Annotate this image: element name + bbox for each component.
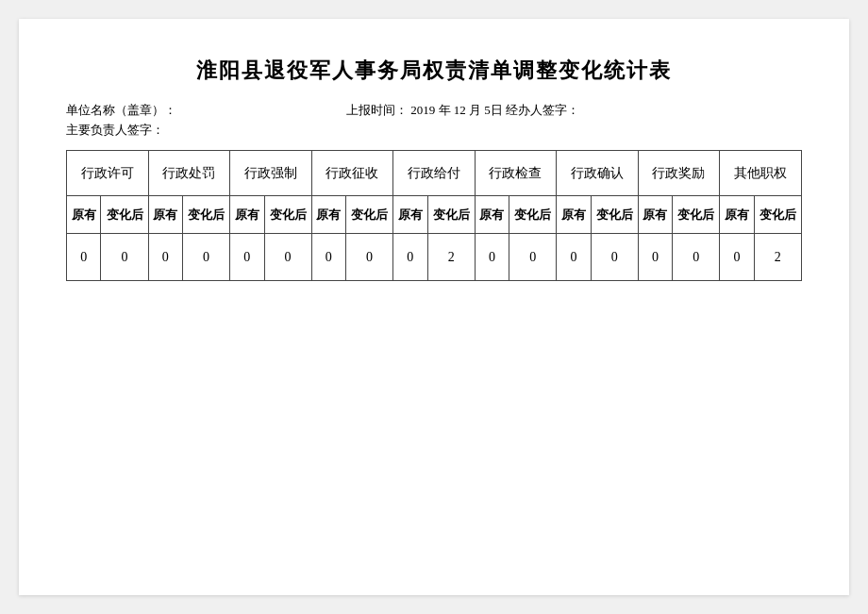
header-jiancha: 行政检查: [475, 151, 557, 196]
sub-bianhua-8: 变化后: [673, 196, 720, 234]
cell-1-2: 0: [101, 234, 148, 281]
cell-1-16: 0: [673, 234, 720, 281]
sub-bianhua-1: 变化后: [101, 196, 148, 234]
sub-yuanyou-3: 原有: [230, 196, 264, 234]
page-container: 淮阳县退役军人事务局权责清单调整变化统计表 单位名称（盖章）： 上报时间： 20…: [19, 19, 849, 595]
sub-yuanyou-2: 原有: [148, 196, 182, 234]
header-queren: 行政确认: [557, 151, 639, 196]
sub-yuanyou-4: 原有: [311, 196, 345, 234]
sub-yuanyou-7: 原有: [557, 196, 591, 234]
cell-1-5: 0: [230, 234, 264, 281]
sub-bianhua-7: 变化后: [591, 196, 638, 234]
unit-label: 单位名称（盖章）：: [66, 102, 176, 119]
header-jifu: 行政给付: [393, 151, 476, 196]
cell-1-9: 0: [393, 234, 427, 281]
header-qiangzhi: 行政强制: [230, 151, 312, 196]
sub-yuanyou-9: 原有: [720, 196, 754, 234]
sub-bianhua-4: 变化后: [346, 196, 393, 234]
data-row-1: 0 0 0 0 0 0 0 0 0 2 0 0 0 0 0 0 0 2: [67, 234, 802, 281]
sub-bianhua-6: 变化后: [509, 196, 557, 234]
sub-bianhua-5: 变化后: [427, 196, 475, 234]
cell-1-18: 2: [754, 234, 801, 281]
cell-1-10: 2: [427, 234, 475, 281]
cell-1-13: 0: [557, 234, 591, 281]
sub-yuanyou-1: 原有: [67, 196, 101, 234]
cell-1-6: 0: [264, 234, 311, 281]
page-title: 淮阳县退役军人事务局权责清单调整变化统计表: [66, 57, 802, 85]
header-chufa: 行政处罚: [148, 151, 230, 196]
cell-1-4: 0: [183, 234, 230, 281]
cell-1-14: 0: [591, 234, 638, 281]
sub-header-row: 原有 变化后 原有 变化后 原有 变化后 原有 变化后 原有 变化后 原有 变化…: [67, 196, 802, 234]
cell-1-1: 0: [67, 234, 101, 281]
sub-bianhua-3: 变化后: [264, 196, 311, 234]
meta-row-2: 主要负责人签字：: [66, 122, 802, 139]
responsible-label: 主要负责人签字：: [66, 123, 164, 137]
meta-row-1: 单位名称（盖章）： 上报时间： 2019 年 12 月 5日 经办人签字：: [66, 102, 802, 119]
cell-1-8: 0: [346, 234, 393, 281]
sub-bianhua-2: 变化后: [183, 196, 230, 234]
header-zhengshou: 行政征收: [311, 151, 393, 196]
header-other: 其他职权: [720, 151, 802, 196]
statistics-table: 行政许可 行政处罚 行政强制 行政征收 行政给付 行政检查 行政确认 行政奖励 …: [66, 150, 802, 281]
header-row: 行政许可 行政处罚 行政强制 行政征收 行政给付 行政检查 行政确认 行政奖励 …: [67, 151, 802, 196]
header-jiangli: 行政奖励: [638, 151, 720, 196]
sub-yuanyou-6: 原有: [475, 196, 509, 234]
report-time-label: 上报时间： 2019 年 12 月 5日 经办人签字：: [346, 102, 579, 119]
cell-1-12: 0: [509, 234, 557, 281]
cell-1-17: 0: [720, 234, 754, 281]
cell-1-7: 0: [311, 234, 345, 281]
cell-1-3: 0: [148, 234, 182, 281]
cell-1-11: 0: [475, 234, 509, 281]
sub-bianhua-9: 变化后: [754, 196, 801, 234]
header-xuke: 行政许可: [67, 151, 149, 196]
cell-1-15: 0: [638, 234, 672, 281]
sub-yuanyou-8: 原有: [638, 196, 672, 234]
sub-yuanyou-5: 原有: [393, 196, 427, 234]
